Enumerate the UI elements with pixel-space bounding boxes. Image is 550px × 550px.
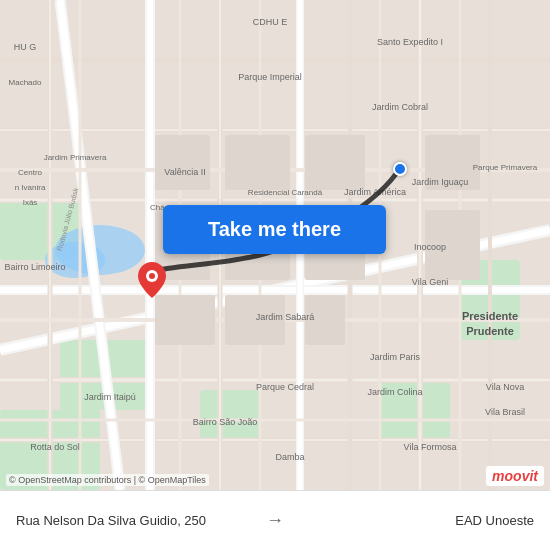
svg-text:Ixás: Ixás: [23, 198, 38, 207]
svg-text:Parque Cedral: Parque Cedral: [256, 382, 314, 392]
map-container: CDHU E Santo Expedito I HU G Machado Par…: [0, 0, 550, 490]
svg-text:Prudente: Prudente: [466, 325, 514, 337]
svg-text:HU G: HU G: [14, 42, 37, 52]
svg-text:Vila Brasil: Vila Brasil: [485, 407, 525, 417]
svg-text:Jardim Cobral: Jardim Cobral: [372, 102, 428, 112]
svg-text:Vila Nova: Vila Nova: [486, 382, 524, 392]
svg-text:Vila Formosa: Vila Formosa: [404, 442, 457, 452]
svg-text:Bairro Limoeiro: Bairro Limoeiro: [4, 262, 65, 272]
svg-text:n Ivanira: n Ivanira: [15, 183, 46, 192]
destination-label: EAD Unoeste: [296, 513, 534, 528]
svg-text:Residencial Carandá: Residencial Carandá: [248, 188, 323, 197]
svg-text:Parque Primavera: Parque Primavera: [473, 163, 538, 172]
svg-rect-48: [225, 135, 290, 190]
svg-text:Jardim Sabará: Jardim Sabará: [256, 312, 315, 322]
svg-text:Damba: Damba: [275, 452, 304, 462]
map-attribution: © OpenStreetMap contributors | © OpenMap…: [6, 474, 209, 486]
svg-text:Jardim América: Jardim América: [344, 187, 406, 197]
svg-text:Rotta do Sol: Rotta do Sol: [30, 442, 80, 452]
origin-label: Rua Nelson Da Silva Guidio, 250: [16, 513, 254, 528]
svg-text:Centro: Centro: [18, 168, 43, 177]
take-me-there-button[interactable]: Take me there: [163, 205, 386, 254]
red-pin-marker: [138, 262, 166, 298]
svg-text:Inocoop: Inocoop: [414, 242, 446, 252]
svg-text:Jardim Colina: Jardim Colina: [367, 387, 422, 397]
moovit-logo: moovit: [486, 466, 544, 486]
arrow-icon: →: [266, 510, 284, 531]
blue-dot-marker: [393, 162, 407, 176]
bottom-bar: Rua Nelson Da Silva Guidio, 250 → EAD Un…: [0, 490, 550, 550]
svg-text:Jardim Paris: Jardim Paris: [370, 352, 421, 362]
svg-text:Santo Expedito I: Santo Expedito I: [377, 37, 443, 47]
svg-text:Vila Geni: Vila Geni: [412, 277, 448, 287]
svg-text:Bairro São João: Bairro São João: [193, 417, 258, 427]
svg-rect-3: [200, 390, 260, 440]
svg-text:Machado: Machado: [9, 78, 42, 87]
svg-text:Jardim Itaipú: Jardim Itaipú: [84, 392, 136, 402]
svg-rect-47: [155, 135, 210, 190]
svg-text:Presidente: Presidente: [462, 310, 518, 322]
svg-text:Jardim Iguaçu: Jardim Iguaçu: [412, 177, 469, 187]
svg-text:Parque Imperial: Parque Imperial: [238, 72, 302, 82]
button-label: Take me there: [208, 218, 341, 241]
svg-text:Valência II: Valência II: [164, 167, 205, 177]
svg-rect-49: [305, 135, 365, 190]
svg-point-90: [149, 273, 155, 279]
svg-text:CDHU E: CDHU E: [253, 17, 288, 27]
svg-text:Jardim Primavera: Jardim Primavera: [44, 153, 107, 162]
svg-rect-44: [155, 295, 215, 345]
